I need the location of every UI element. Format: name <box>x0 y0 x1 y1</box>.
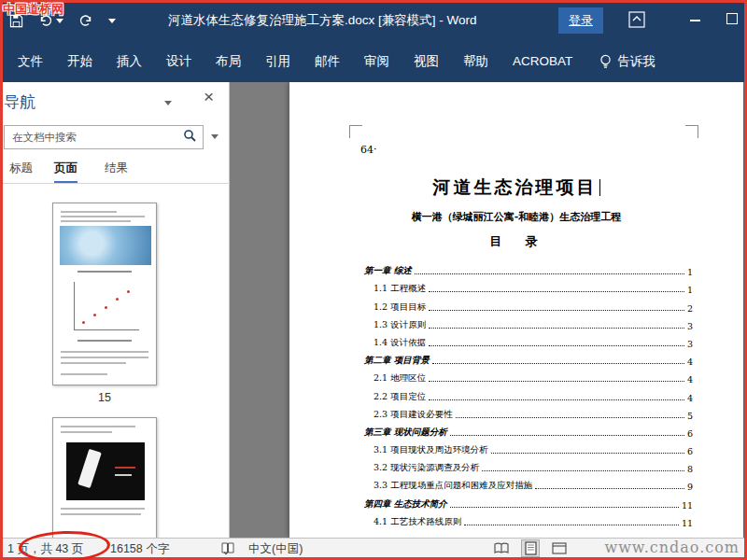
margin-crop-mark <box>685 125 698 138</box>
tell-me-box[interactable]: 告诉我 <box>599 53 655 70</box>
navigation-tabs: 标题 页面 结果 <box>0 161 230 183</box>
print-layout-icon[interactable] <box>522 540 539 556</box>
navigation-pane: 导航 × 在文档中搜索 标题 页面 结果 <box>0 82 230 538</box>
tab-help[interactable]: 帮助 <box>451 41 500 82</box>
nav-tab-results[interactable]: 结果 <box>105 161 128 181</box>
lightbulb-icon <box>599 54 612 70</box>
tab-insert[interactable]: 插入 <box>105 41 154 82</box>
tab-references[interactable]: 引用 <box>253 41 303 82</box>
close-icon[interactable]: × <box>204 88 214 105</box>
word-count-indicator[interactable]: 16158 个字 <box>110 539 169 560</box>
redo-button[interactable] <box>78 14 93 27</box>
language-indicator[interactable]: 中文(中国) <box>248 539 303 560</box>
read-mode-icon[interactable] <box>493 540 510 556</box>
tab-layout[interactable]: 布局 <box>204 41 253 82</box>
search-placeholder: 在文档中搜索 <box>5 131 183 145</box>
toc-entry: 1.1 工程概述1 <box>364 277 693 295</box>
nav-tab-headings[interactable]: 标题 <box>9 161 33 181</box>
qat-customize-dropdown[interactable] <box>108 19 116 23</box>
web-layout-icon[interactable] <box>551 540 568 556</box>
maximize-button[interactable] <box>726 13 738 24</box>
tab-home[interactable]: 开始 <box>55 41 105 82</box>
navigation-pane-options-dropdown[interactable] <box>164 101 172 105</box>
toc-entry: 1.4 设计依据3 <box>364 331 693 349</box>
search-icon[interactable] <box>183 129 203 147</box>
toc-entry: 1.2 项目目标2 <box>364 295 693 313</box>
toc-entry: 3.2 现状污染源调查及分析8 <box>364 456 693 474</box>
toc-entry: 第一章 综述1 <box>364 259 693 277</box>
toc-entry: 1.3 设计原则3 <box>364 314 693 331</box>
toc-entry: 第二章 项目背景4 <box>364 349 693 367</box>
tab-view[interactable]: 视图 <box>402 41 451 82</box>
tab-mailings[interactable]: 邮件 <box>303 41 352 82</box>
toc-entry: 2.1 地理区位4 <box>364 367 693 385</box>
ribbon-display-options-icon[interactable] <box>627 10 646 33</box>
toc-entry: 2.3 项目建设必要性5 <box>364 403 693 421</box>
nav-tab-pages[interactable]: 页面 <box>54 161 78 183</box>
page-thumbnail-16[interactable] <box>52 417 157 538</box>
page-thumbnails-list: 15 <box>0 184 229 538</box>
toc-entry: 第三章 现状问题分析6 <box>364 421 693 439</box>
document-subheading: 横一港（绿城丽江公寓-和睦港）生态治理工程 <box>289 210 743 224</box>
toc-entry: 2.2 项目定位4 <box>364 385 693 402</box>
page-thumbnail-15[interactable] <box>52 203 157 385</box>
thumbnail-chart <box>74 282 139 330</box>
document-title: 河道水体生态修复治理施工方案.docx [兼容模式] - Word <box>168 0 477 41</box>
minimize-button[interactable] <box>682 11 708 30</box>
document-heading: 河道生态治理项目 <box>289 175 743 200</box>
tab-design[interactable]: 设计 <box>154 41 204 82</box>
tell-me-label: 告诉我 <box>617 53 655 70</box>
margin-crop-mark <box>349 125 362 138</box>
site-watermark-bottom: www.cndao.com <box>604 539 740 556</box>
search-input[interactable]: 在文档中搜索 <box>4 125 204 149</box>
toc-entry: 4.1 工艺技术路线原则11 <box>364 511 693 528</box>
document-workspace: 64· 河道生态治理项目 横一港（绿城丽江公寓-和睦港）生态治理工程 目 录 第… <box>230 82 747 538</box>
margin-note: 64· <box>360 144 377 156</box>
site-watermark-top: 中国道桥网 <box>3 1 63 18</box>
toc-entry: 3.1 项目现状及周边环境分析6 <box>364 439 693 456</box>
toc-heading: 目 录 <box>289 233 743 250</box>
tab-acrobat[interactable]: ACROBAT <box>500 41 585 82</box>
undo-dropdown-icon[interactable] <box>56 19 63 23</box>
view-shortcuts <box>493 540 568 556</box>
tab-review[interactable]: 审阅 <box>352 41 402 82</box>
ribbon-tab-bar: 文件 开始 插入 设计 布局 引用 邮件 审阅 视图 帮助 ACROBAT 告诉… <box>0 41 747 82</box>
thumbnail-page-number: 15 <box>52 391 157 404</box>
table-of-contents: 第一章 综述1 1.1 工程概述1 1.2 项目目标2 1.3 设计原则3 1.… <box>364 259 693 528</box>
thumbnail-photo <box>60 226 151 265</box>
proofing-status-icon[interactable] <box>220 539 235 560</box>
navigation-pane-title: 导航 <box>4 91 35 113</box>
text-cursor <box>599 179 600 196</box>
search-options-dropdown[interactable] <box>211 134 218 139</box>
login-button[interactable]: 登录 <box>558 7 603 34</box>
thumbnail-photo-dark <box>66 442 145 500</box>
title-bar: 河道水体生态修复治理施工方案.docx [兼容模式] - Word 登录 <box>0 0 747 41</box>
toc-entry: 第四章 生态技术简介11 <box>364 492 693 510</box>
document-page[interactable]: 64· 河道生态治理项目 横一港（绿城丽江公寓-和睦港）生态治理工程 目 录 第… <box>289 82 743 538</box>
toc-entry: 3.3 工程现场重点问题和困难及应对措施9 <box>364 474 693 492</box>
tab-file[interactable]: 文件 <box>6 41 55 82</box>
